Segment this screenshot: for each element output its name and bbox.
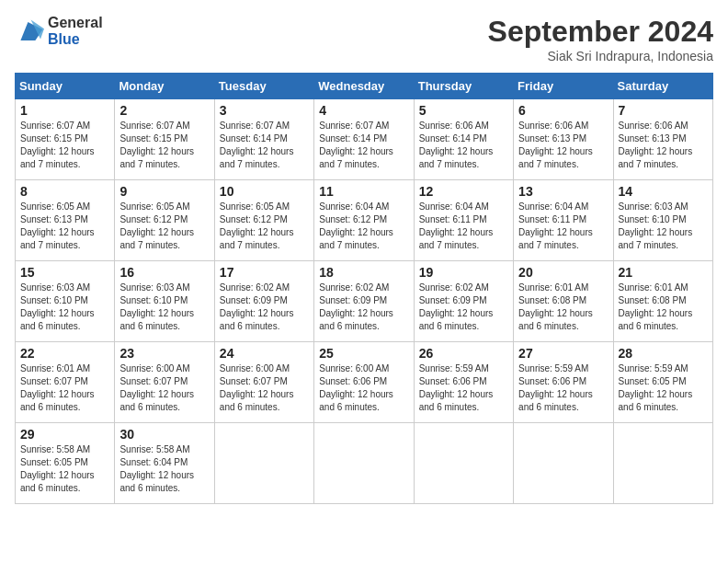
day-info: Sunrise: 5:59 AM Sunset: 6:06 PM Dayligh… [518, 362, 608, 414]
day-number: 11 [319, 184, 408, 199]
day-number: 25 [319, 346, 408, 361]
day-cell-9: 9 Sunrise: 6:05 AM Sunset: 6:12 PM Dayli… [115, 180, 214, 261]
day-info: Sunrise: 6:03 AM Sunset: 6:10 PM Dayligh… [619, 201, 708, 252]
day-cell-1: 1 Sunrise: 6:07 AM Sunset: 6:15 PM Dayli… [16, 99, 115, 180]
week-row-1: 1 Sunrise: 6:07 AM Sunset: 6:15 PM Dayli… [16, 99, 713, 180]
empty-cell [613, 423, 712, 504]
day-number: 26 [419, 346, 508, 361]
title-block: September 2024 Siak Sri Indrapura, Indon… [488, 15, 713, 63]
day-cell-14: 14 Sunrise: 6:03 AM Sunset: 6:10 PM Dayl… [613, 180, 712, 261]
day-cell-20: 20 Sunrise: 6:01 AM Sunset: 6:08 PM Dayl… [514, 261, 613, 342]
day-info: Sunrise: 6:07 AM Sunset: 6:14 PM Dayligh… [319, 120, 408, 171]
day-info: Sunrise: 6:06 AM Sunset: 6:13 PM Dayligh… [619, 120, 708, 171]
day-number: 29 [20, 427, 109, 442]
day-info: Sunrise: 6:01 AM Sunset: 6:07 PM Dayligh… [20, 362, 109, 414]
day-number: 28 [619, 346, 708, 361]
col-wednesday: Wednesday [314, 74, 414, 99]
page-header: General Blue September 2024 Siak Sri Ind… [15, 15, 713, 63]
week-row-3: 15 Sunrise: 6:03 AM Sunset: 6:10 PM Dayl… [16, 261, 713, 342]
day-cell-27: 27 Sunrise: 5:59 AM Sunset: 6:06 PM Dayl… [514, 342, 613, 423]
logo-text: General Blue [48, 15, 103, 48]
day-number: 18 [319, 265, 408, 280]
day-number: 21 [619, 265, 708, 280]
day-number: 17 [220, 265, 309, 280]
day-number: 5 [419, 103, 508, 118]
day-cell-29: 29 Sunrise: 5:58 AM Sunset: 6:05 PM Dayl… [16, 423, 115, 504]
day-cell-28: 28 Sunrise: 5:59 AM Sunset: 6:05 PM Dayl… [613, 342, 712, 423]
day-number: 24 [220, 346, 309, 361]
day-info: Sunrise: 6:00 AM Sunset: 6:07 PM Dayligh… [220, 362, 309, 414]
day-number: 16 [119, 265, 209, 280]
day-info: Sunrise: 6:00 AM Sunset: 6:06 PM Dayligh… [319, 362, 408, 414]
col-sunday: Sunday [16, 74, 115, 99]
calendar-header-row: Sunday Monday Tuesday Wednesday Thursday… [16, 74, 713, 99]
day-number: 22 [20, 346, 109, 361]
logo-icon [15, 18, 44, 44]
day-info: Sunrise: 5:58 AM Sunset: 6:04 PM Dayligh… [119, 443, 209, 495]
day-info: Sunrise: 6:05 AM Sunset: 6:12 PM Dayligh… [220, 201, 309, 252]
day-number: 13 [518, 184, 608, 199]
day-cell-16: 16 Sunrise: 6:03 AM Sunset: 6:10 PM Dayl… [115, 261, 214, 342]
day-info: Sunrise: 6:04 AM Sunset: 6:12 PM Dayligh… [319, 201, 408, 252]
day-cell-17: 17 Sunrise: 6:02 AM Sunset: 6:09 PM Dayl… [214, 261, 313, 342]
day-cell-4: 4 Sunrise: 6:07 AM Sunset: 6:14 PM Dayli… [314, 99, 414, 180]
day-info: Sunrise: 6:07 AM Sunset: 6:15 PM Dayligh… [119, 120, 209, 171]
day-cell-7: 7 Sunrise: 6:06 AM Sunset: 6:13 PM Dayli… [613, 99, 712, 180]
day-number: 2 [119, 103, 209, 118]
day-info: Sunrise: 6:04 AM Sunset: 6:11 PM Dayligh… [419, 201, 508, 252]
day-info: Sunrise: 6:03 AM Sunset: 6:10 PM Dayligh… [20, 282, 109, 333]
day-number: 8 [20, 184, 109, 199]
day-cell-13: 13 Sunrise: 6:04 AM Sunset: 6:11 PM Dayl… [514, 180, 613, 261]
month-title: September 2024 [488, 15, 713, 49]
day-cell-26: 26 Sunrise: 5:59 AM Sunset: 6:06 PM Dayl… [414, 342, 513, 423]
day-number: 1 [20, 103, 109, 118]
week-row-5: 29 Sunrise: 5:58 AM Sunset: 6:05 PM Dayl… [16, 423, 713, 504]
day-cell-3: 3 Sunrise: 6:07 AM Sunset: 6:14 PM Dayli… [214, 99, 313, 180]
day-info: Sunrise: 6:06 AM Sunset: 6:14 PM Dayligh… [419, 120, 508, 171]
week-row-4: 22 Sunrise: 6:01 AM Sunset: 6:07 PM Dayl… [16, 342, 713, 423]
day-info: Sunrise: 6:00 AM Sunset: 6:07 PM Dayligh… [119, 362, 209, 414]
day-cell-5: 5 Sunrise: 6:06 AM Sunset: 6:14 PM Dayli… [414, 99, 513, 180]
day-cell-22: 22 Sunrise: 6:01 AM Sunset: 6:07 PM Dayl… [16, 342, 115, 423]
day-number: 7 [619, 103, 708, 118]
day-cell-19: 19 Sunrise: 6:02 AM Sunset: 6:09 PM Dayl… [414, 261, 513, 342]
day-info: Sunrise: 5:59 AM Sunset: 6:05 PM Dayligh… [619, 362, 708, 414]
empty-cell [514, 423, 613, 504]
day-info: Sunrise: 6:01 AM Sunset: 6:08 PM Dayligh… [518, 282, 608, 333]
day-number: 19 [419, 265, 508, 280]
day-cell-25: 25 Sunrise: 6:00 AM Sunset: 6:06 PM Dayl… [314, 342, 414, 423]
day-number: 12 [419, 184, 508, 199]
col-friday: Friday [514, 74, 613, 99]
day-cell-6: 6 Sunrise: 6:06 AM Sunset: 6:13 PM Dayli… [514, 99, 613, 180]
col-saturday: Saturday [613, 74, 712, 99]
empty-cell [414, 423, 513, 504]
day-cell-18: 18 Sunrise: 6:02 AM Sunset: 6:09 PM Dayl… [314, 261, 414, 342]
day-info: Sunrise: 6:07 AM Sunset: 6:15 PM Dayligh… [20, 120, 109, 171]
day-cell-24: 24 Sunrise: 6:00 AM Sunset: 6:07 PM Dayl… [214, 342, 313, 423]
day-cell-10: 10 Sunrise: 6:05 AM Sunset: 6:12 PM Dayl… [214, 180, 313, 261]
day-info: Sunrise: 6:04 AM Sunset: 6:11 PM Dayligh… [518, 201, 608, 252]
col-tuesday: Tuesday [214, 74, 313, 99]
day-info: Sunrise: 5:59 AM Sunset: 6:06 PM Dayligh… [419, 362, 508, 414]
col-monday: Monday [115, 74, 214, 99]
day-info: Sunrise: 6:07 AM Sunset: 6:14 PM Dayligh… [220, 120, 309, 171]
day-number: 23 [119, 346, 209, 361]
day-info: Sunrise: 6:02 AM Sunset: 6:09 PM Dayligh… [220, 282, 309, 333]
day-number: 4 [319, 103, 408, 118]
day-number: 3 [220, 103, 309, 118]
day-cell-8: 8 Sunrise: 6:05 AM Sunset: 6:13 PM Dayli… [16, 180, 115, 261]
empty-cell [214, 423, 313, 504]
day-info: Sunrise: 6:02 AM Sunset: 6:09 PM Dayligh… [319, 282, 408, 333]
day-number: 6 [518, 103, 608, 118]
day-info: Sunrise: 6:05 AM Sunset: 6:13 PM Dayligh… [20, 201, 109, 252]
day-number: 30 [119, 427, 209, 442]
day-cell-21: 21 Sunrise: 6:01 AM Sunset: 6:08 PM Dayl… [613, 261, 712, 342]
day-number: 10 [220, 184, 309, 199]
logo: General Blue [15, 15, 103, 48]
day-number: 15 [20, 265, 109, 280]
week-row-2: 8 Sunrise: 6:05 AM Sunset: 6:13 PM Dayli… [16, 180, 713, 261]
day-cell-15: 15 Sunrise: 6:03 AM Sunset: 6:10 PM Dayl… [16, 261, 115, 342]
day-cell-30: 30 Sunrise: 5:58 AM Sunset: 6:04 PM Dayl… [115, 423, 214, 504]
day-info: Sunrise: 5:58 AM Sunset: 6:05 PM Dayligh… [20, 443, 109, 495]
day-cell-12: 12 Sunrise: 6:04 AM Sunset: 6:11 PM Dayl… [414, 180, 513, 261]
